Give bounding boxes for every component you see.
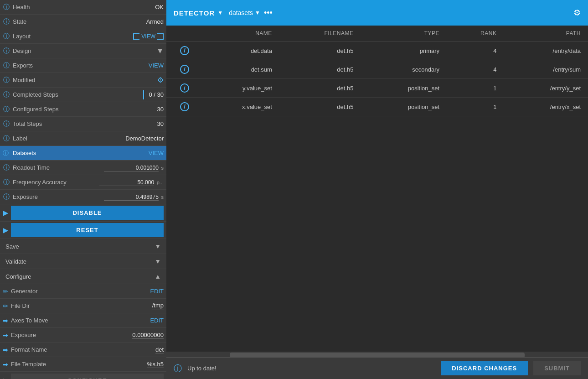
table-row[interactable]: i det.data det.h5 primary 4 /entry/data bbox=[166, 42, 588, 60]
table-area: NAME FILENAME TYPE RANK PATH i det.data … bbox=[166, 26, 588, 352]
total-steps-row: ⓘ Total Steps 30 bbox=[0, 117, 166, 131]
readout-time-value: s bbox=[104, 164, 164, 171]
row-filename-0: det.h5 bbox=[279, 42, 361, 60]
datasets-info-icon[interactable]: ⓘ bbox=[3, 149, 10, 157]
row-info-cell-3[interactable]: i bbox=[166, 98, 196, 116]
row-info-icon-3[interactable]: i bbox=[180, 102, 189, 111]
exports-view-btn[interactable]: VIEW bbox=[149, 62, 164, 69]
col-header-path: PATH bbox=[504, 26, 588, 42]
datasets-row[interactable]: ⓘ Datasets VIEW bbox=[0, 146, 166, 161]
exports-label: Exports bbox=[13, 62, 149, 69]
datasets-table: NAME FILENAME TYPE RANK PATH i det.data … bbox=[166, 26, 588, 116]
save-header-label: Save bbox=[5, 243, 155, 250]
detector-button[interactable]: DETECTOR ▼ bbox=[174, 9, 223, 17]
axes-to-move-row: ➡ Axes To Move EDIT bbox=[0, 313, 166, 328]
row-type-3: position_set bbox=[361, 98, 447, 116]
layout-view[interactable]: VIEW bbox=[133, 33, 164, 40]
readout-time-input[interactable] bbox=[104, 165, 159, 171]
row-name-1: det.sum bbox=[196, 60, 279, 79]
row-info-cell-2[interactable]: i bbox=[166, 79, 196, 98]
datasets-view-btn[interactable]: VIEW bbox=[149, 150, 164, 156]
axes-to-move-label: Axes To Move bbox=[11, 317, 150, 324]
settings-button[interactable]: ⚙ bbox=[573, 8, 581, 18]
exposure-label: Exposure bbox=[13, 193, 104, 200]
configure-header[interactable]: Configure ▲ bbox=[0, 269, 166, 284]
generator-pencil-icon: ✏ bbox=[3, 288, 8, 295]
bracket-left-icon bbox=[133, 33, 139, 40]
row-path-2: /entry/y_set bbox=[504, 79, 588, 98]
completed-steps-row: ⓘ Completed Steps 0 / 30 bbox=[0, 88, 166, 102]
reset-button[interactable]: RESET bbox=[11, 223, 164, 237]
configure-bar: ▶ CONFIGURE bbox=[0, 372, 166, 379]
exposure-cfg-value: 0.00000000 bbox=[132, 332, 164, 339]
design-row: ⓘ Design ▼ bbox=[0, 44, 166, 58]
row-type-1: secondary bbox=[361, 60, 447, 79]
table-row[interactable]: i det.sum det.h5 secondary 4 /entry/sum bbox=[166, 60, 588, 79]
exposure-input[interactable] bbox=[104, 194, 159, 201]
configured-steps-row: ⓘ Configured Steps 30 bbox=[0, 102, 166, 117]
readout-time-info-icon[interactable]: ⓘ bbox=[3, 164, 10, 172]
table-row[interactable]: i x.value_set det.h5 position_set 1 /ent… bbox=[166, 98, 588, 116]
detector-dropdown-icon: ▼ bbox=[217, 10, 223, 16]
label-row: ⓘ Label DemoDetector bbox=[0, 131, 166, 146]
file-template-label: File Template bbox=[11, 361, 147, 368]
frequency-accuracy-row: ⓘ Frequency Accuracy p... bbox=[0, 175, 166, 190]
frequency-accuracy-info-icon[interactable]: ⓘ bbox=[3, 178, 10, 187]
status-info-icon[interactable]: ⓘ bbox=[174, 363, 182, 374]
file-template-value: %s.h5 bbox=[147, 361, 164, 368]
modified-gear-icon[interactable]: ⚙ bbox=[157, 76, 164, 84]
discard-changes-button[interactable]: DISCARD CHANGES bbox=[441, 361, 528, 375]
exposure-suffix: s bbox=[161, 194, 164, 200]
bracket-right-icon bbox=[157, 33, 164, 40]
design-dropdown-icon[interactable]: ▼ bbox=[156, 47, 164, 55]
table-row[interactable]: i y.value_set det.h5 position_set 1 /ent… bbox=[166, 79, 588, 98]
format-name-value: det bbox=[155, 346, 164, 353]
health-info-icon[interactable]: ⓘ bbox=[3, 3, 10, 11]
submit-button[interactable]: SUBMIT bbox=[533, 361, 581, 375]
total-steps-info-icon[interactable]: ⓘ bbox=[3, 120, 10, 128]
disable-button[interactable]: DISABLE bbox=[11, 206, 164, 220]
layout-info-icon[interactable]: ⓘ bbox=[3, 32, 10, 41]
generator-edit-btn[interactable]: EDIT bbox=[150, 288, 164, 295]
reset-btn-row: ▶ RESET bbox=[0, 222, 166, 239]
datasets-header-dropdown-icon: ▼ bbox=[255, 10, 260, 16]
health-value: OK bbox=[155, 4, 164, 10]
health-label: Health bbox=[13, 4, 155, 10]
modified-label: Modified bbox=[13, 77, 157, 83]
label-value: DemoDetector bbox=[125, 135, 164, 142]
axes-to-move-arrow-icon: ➡ bbox=[3, 317, 8, 324]
row-info-icon-2[interactable]: i bbox=[180, 83, 189, 93]
configure-button[interactable]: CONFIGURE bbox=[11, 374, 164, 379]
layout-view-btn[interactable]: VIEW bbox=[141, 33, 155, 40]
validate-header[interactable]: Validate ▼ bbox=[0, 254, 166, 269]
design-info-icon[interactable]: ⓘ bbox=[3, 47, 10, 55]
state-info-icon[interactable]: ⓘ bbox=[3, 18, 10, 26]
configure-header-label: Configure bbox=[5, 273, 155, 280]
completed-steps-indicator bbox=[143, 90, 145, 99]
frequency-accuracy-input[interactable] bbox=[99, 179, 154, 186]
more-options-button[interactable]: ••• bbox=[264, 8, 273, 18]
exposure-info-icon[interactable]: ⓘ bbox=[3, 193, 10, 201]
configured-steps-value: 30 bbox=[157, 106, 164, 113]
horizontal-scrollbar[interactable] bbox=[166, 352, 588, 357]
completed-steps-info-icon[interactable]: ⓘ bbox=[3, 91, 10, 99]
validate-header-label: Validate bbox=[5, 258, 155, 265]
reset-arrow-icon: ▶ bbox=[3, 226, 8, 234]
row-type-2: position_set bbox=[361, 79, 447, 98]
readout-time-suffix: s bbox=[161, 165, 164, 171]
axes-to-move-edit-btn[interactable]: EDIT bbox=[150, 317, 164, 324]
datasets-header-button[interactable]: datasets ▼ bbox=[229, 9, 260, 16]
row-info-cell-1[interactable]: i bbox=[166, 60, 196, 79]
row-info-cell-0[interactable]: i bbox=[166, 42, 196, 60]
datasets-header-label: datasets bbox=[229, 9, 253, 16]
modified-info-icon[interactable]: ⓘ bbox=[3, 76, 10, 84]
design-label: Design bbox=[13, 47, 156, 54]
save-header[interactable]: Save ▼ bbox=[0, 239, 166, 254]
exports-info-icon[interactable]: ⓘ bbox=[3, 62, 10, 70]
label-info-icon[interactable]: ⓘ bbox=[3, 135, 10, 143]
row-info-icon-1[interactable]: i bbox=[180, 65, 189, 74]
status-bar: ⓘ Up to date! DISCARD CHANGES SUBMIT bbox=[166, 357, 588, 379]
exposure-cfg-arrow-icon: ➡ bbox=[3, 332, 8, 339]
row-info-icon-0[interactable]: i bbox=[180, 46, 189, 55]
configured-steps-info-icon[interactable]: ⓘ bbox=[3, 105, 10, 114]
